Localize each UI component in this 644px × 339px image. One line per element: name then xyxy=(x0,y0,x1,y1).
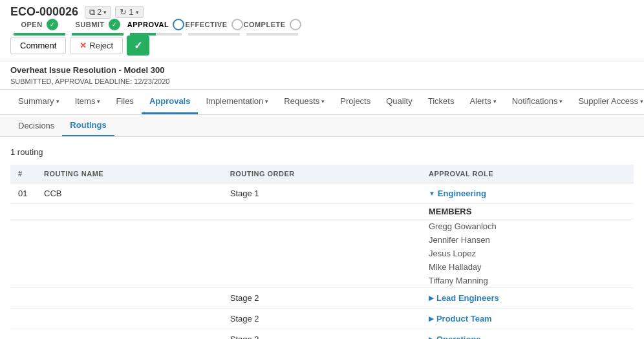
tab-notifications[interactable]: Notifications ▾ xyxy=(504,90,571,114)
col-routing-name: ROUTING NAME xyxy=(36,165,222,183)
step-open-circle: ✓ xyxy=(47,19,58,30)
tab-summary-label: Summary xyxy=(18,96,54,106)
approve-button[interactable]: ✓ xyxy=(127,36,149,56)
tab-approvals-label: Approvals xyxy=(149,96,191,106)
tab-projects[interactable]: Projects xyxy=(332,90,378,114)
tab-summary[interactable]: Summary ▾ xyxy=(10,90,67,114)
check-icon2: ✓ xyxy=(112,21,117,28)
chevron-summary-icon: ▾ xyxy=(56,98,59,105)
role-product-team[interactable]: ▶ Product Team xyxy=(429,314,626,324)
tab-tickets[interactable]: Tickets xyxy=(420,90,462,114)
tab-quality-label: Quality xyxy=(386,96,412,106)
step-complete: COMPLETE xyxy=(243,19,301,36)
step-effective-label: EFFECTIVE xyxy=(185,21,227,28)
tab-files[interactable]: Files xyxy=(108,90,141,114)
refresh-icon: ↻ xyxy=(120,7,127,17)
tab-supplier-access[interactable]: Supplier Access ▾ xyxy=(570,90,644,114)
step-effective: EFFECTIVE xyxy=(185,19,243,36)
step-submit-circle: ✓ xyxy=(109,19,120,30)
tab-items[interactable]: Items ▾ xyxy=(67,90,109,114)
member-4: Mike Halladay xyxy=(421,260,634,274)
badge-group: ⧉ 2 ▾ ↻ 1 ▾ xyxy=(85,6,143,19)
role-lead-engineers[interactable]: ▶ Lead Engineers xyxy=(429,293,626,303)
submitted-text: SUBMITTED, APPROVAL DEADLINE: 12/23/2020 xyxy=(10,77,634,85)
badge-copies-label: 2 xyxy=(97,7,102,17)
tab-approvals[interactable]: Approvals xyxy=(142,90,199,114)
tab-projects-label: Projects xyxy=(340,96,370,106)
chevron-right-product-icon: ▶ xyxy=(429,315,434,322)
step-complete-circle xyxy=(290,19,301,30)
reject-button[interactable]: ✕ Reject xyxy=(70,37,123,54)
step-submit-label: SUBMIT xyxy=(75,21,104,28)
sub-tab-decisions-label: Decisions xyxy=(18,121,54,130)
role-product-team-cell: ▶ Product Team xyxy=(421,309,634,329)
members-header-row: MEMBERS xyxy=(10,204,634,220)
role-product-team-label: Product Team xyxy=(436,314,492,324)
step-submit: SUBMIT ✓ xyxy=(69,19,127,36)
chevron-down-icon2: ▾ xyxy=(136,9,139,15)
stage2a-label: Stage 2 xyxy=(222,288,421,309)
row-stage1: Stage 1 xyxy=(222,183,421,204)
step-approval-label: APPROVAL xyxy=(127,21,169,28)
workflow-steps: OPEN ✓ SUBMIT ✓ xyxy=(10,19,634,36)
stage-row: Stage 2 ▶ Product Team xyxy=(10,309,634,329)
tab-quality[interactable]: Quality xyxy=(378,90,420,114)
chevron-impl-icon: ▾ xyxy=(265,98,268,105)
member-row: Tiffany Manning xyxy=(10,274,634,288)
member-2: Jennifer Hansen xyxy=(421,233,634,247)
chevron-down-eng-icon: ▼ xyxy=(429,190,435,197)
subtitle: Overheat Issue Resolution - Model 300 xyxy=(10,65,634,75)
sub-tab-routings[interactable]: Routings xyxy=(62,115,114,136)
chevron-alerts-icon: ▾ xyxy=(493,98,497,105)
chevron-items-icon: ▾ xyxy=(97,98,100,105)
col-routing-order: ROUTING ORDER xyxy=(222,165,421,183)
step-effective-circle xyxy=(231,19,243,30)
role-engineering[interactable]: ▼ Engineering xyxy=(429,189,626,198)
role-operations-label: Operations xyxy=(436,334,481,339)
subtitle-row: Overheat Issue Resolution - Model 300 SU… xyxy=(0,61,644,90)
col-approval-role: APPROVAL ROLE xyxy=(421,165,634,183)
step-complete-bar xyxy=(246,33,298,36)
stage-row: Stage 3 ▶ Operations xyxy=(10,329,634,340)
tab-implementation[interactable]: Implementation ▾ xyxy=(198,90,276,114)
top-row1: ECO-000026 ⧉ 2 ▾ ↻ 1 ▾ OPEN xyxy=(0,0,644,61)
step-open: OPEN ✓ xyxy=(10,19,69,36)
badge-refresh[interactable]: ↻ 1 ▾ xyxy=(115,6,143,18)
table-row: 01 CCB Stage 1 ▼ Engineering xyxy=(10,183,634,204)
role-operations[interactable]: ▶ Operations xyxy=(429,334,626,339)
chevron-down-icon: ▾ xyxy=(103,9,107,15)
step-approval-circle xyxy=(173,19,184,30)
tab-requests[interactable]: Requests ▾ xyxy=(276,90,332,114)
chevron-req-icon: ▾ xyxy=(321,98,325,105)
tab-alerts[interactable]: Alerts ▾ xyxy=(462,90,504,114)
tab-alerts-label: Alerts xyxy=(469,96,491,106)
sub-tab-routings-label: Routings xyxy=(70,120,106,130)
members-name-cell xyxy=(36,204,222,220)
chevron-right-lead-icon: ▶ xyxy=(429,294,434,302)
step-open-label: OPEN xyxy=(21,21,42,28)
role-lead-engineers-label: Lead Engineers xyxy=(436,293,499,303)
member-row: Gregg Gowanloch xyxy=(10,220,634,234)
x-icon: ✕ xyxy=(80,41,87,50)
check-icon: ✓ xyxy=(50,21,55,28)
members-label-cell: MEMBERS xyxy=(421,204,634,220)
sub-tabs: Decisions Routings xyxy=(0,115,644,137)
tab-requests-label: Requests xyxy=(284,96,319,106)
comment-button[interactable]: Comment xyxy=(10,37,66,54)
role-engineering-label: Engineering xyxy=(438,189,486,198)
role-lead-engineers-cell: ▶ Lead Engineers xyxy=(421,288,634,309)
eco-id: ECO-000026 xyxy=(10,5,78,19)
role-operations-cell: ▶ Operations xyxy=(421,329,634,340)
members-stage-cell xyxy=(222,204,421,220)
routings-table: # ROUTING NAME ROUTING ORDER APPROVAL RO… xyxy=(10,165,634,339)
tab-files-label: Files xyxy=(116,96,133,106)
routing-count: 1 routing xyxy=(10,147,634,157)
col-num: # xyxy=(10,165,36,183)
members-label: MEMBERS xyxy=(429,207,471,216)
member-3: Jesus Lopez xyxy=(421,247,634,260)
step-open-bar xyxy=(14,33,65,36)
sub-tab-decisions[interactable]: Decisions xyxy=(10,116,62,136)
copy-icon: ⧉ xyxy=(89,7,95,17)
content: 1 routing # ROUTING NAME ROUTING ORDER A… xyxy=(0,137,644,339)
badge-copies[interactable]: ⧉ 2 ▾ xyxy=(85,6,111,19)
